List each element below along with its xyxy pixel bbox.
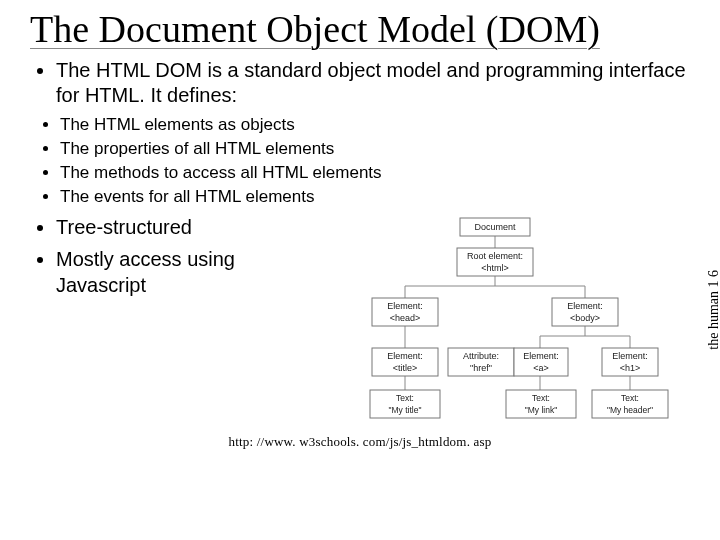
diagram-node-label: <head> (390, 313, 421, 323)
bullet-item: The HTML elements as objects (60, 114, 690, 136)
diagram-node-label: "href" (470, 363, 492, 373)
diagram-node-label: Root element: (467, 251, 523, 261)
diagram-node-label: <a> (533, 363, 549, 373)
diagram-node-label: <title> (393, 363, 418, 373)
bullet-list-lower: Tree-structured Mostly access using Java… (30, 214, 296, 304)
bullet-item: The events for all HTML elements (60, 186, 690, 208)
diagram-node-label: "My header" (607, 405, 653, 415)
diagram-node-label: "My link" (525, 405, 557, 415)
diagram-node-label: "My title" (389, 405, 422, 415)
bullet-list-sub: The HTML elements as objects The propert… (30, 114, 690, 208)
diagram-node-label: Element: (387, 301, 423, 311)
slide: The Document Object Model (DOM) The HTML… (0, 0, 720, 540)
diagram-node-label: <html> (481, 263, 509, 273)
bullet-item: The properties of all HTML elements (60, 138, 690, 160)
diagram-node-label: Document (474, 222, 516, 232)
side-page-label: the human 1 6 (706, 270, 720, 350)
diagram-node-label: Text: (621, 393, 639, 403)
diagram-node-label: Attribute: (463, 351, 499, 361)
diagram-node-label: Element: (612, 351, 648, 361)
diagram-node-label: <h1> (620, 363, 641, 373)
content-row: Tree-structured Mostly access using Java… (30, 214, 690, 424)
diagram-node-label: Text: (532, 393, 550, 403)
source-caption: http: //www. w3schools. com/js/js_htmldo… (30, 434, 690, 450)
bullet-list-intro: The HTML DOM is a standard object model … (30, 58, 690, 108)
diagram-node-label: Element: (387, 351, 423, 361)
dom-tree-svg: Document Root element: <html> Element: <… (310, 214, 680, 424)
bullet-item: Tree-structured (56, 214, 296, 240)
slide-title: The Document Object Model (DOM) (30, 10, 690, 50)
bullet-item: The methods to access all HTML elements (60, 162, 690, 184)
diagram-node-label: Element: (523, 351, 559, 361)
bullet-item: The HTML DOM is a standard object model … (56, 58, 690, 108)
dom-tree-diagram: Document Root element: <html> Element: <… (310, 214, 690, 424)
diagram-node-label: <body> (570, 313, 600, 323)
diagram-node-label: Element: (567, 301, 603, 311)
bullet-item: Mostly access using Javascript (56, 246, 296, 298)
diagram-node-label: Text: (396, 393, 414, 403)
